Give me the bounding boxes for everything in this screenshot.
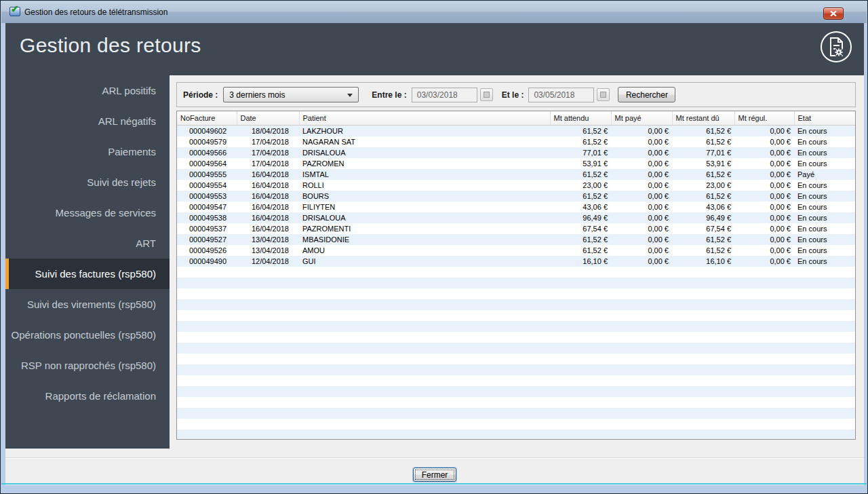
column-header[interactable]: NoFacture [177, 111, 237, 125]
sidebar-item[interactable]: Opérations ponctuelles (rsp580) [5, 320, 170, 350]
report-settings-button[interactable] [821, 31, 852, 62]
start-date-input[interactable]: 03/03/2018 [412, 88, 477, 102]
close-dialog-button[interactable]: Fermer [413, 468, 456, 482]
table-row[interactable]: 00004955516/04/2018ISMTAL61,52 €0,00 €61… [177, 169, 855, 180]
sidebar-item-label: ARL positifs [102, 85, 156, 96]
table-row[interactable]: 00004952613/04/2018AMOU61,52 €0,00 €61,5… [177, 245, 855, 256]
sidebar-item[interactable]: RSP non rapprochés (rsp580) [5, 350, 170, 381]
sidebar-item-label: RSP non rapprochés (rsp580) [21, 360, 156, 371]
table-filler-row [177, 299, 855, 310]
cell-patient [299, 267, 550, 278]
cell-mt-restant: 43,06 € [672, 202, 734, 212]
sidebar-item[interactable]: Messages de services [5, 197, 170, 228]
cell-mt-regul: 0,00 € [734, 158, 794, 169]
table-row[interactable]: 00004952713/04/2018MBASIDONIE61,52 €0,00… [177, 234, 855, 245]
cell-mt-attendu: 77,01 € [550, 147, 611, 158]
column-header[interactable]: Patient [299, 111, 550, 125]
table-row[interactable]: 00004956417/04/2018PAZROMEN53,91 €0,00 €… [177, 158, 855, 169]
cell-patient [299, 299, 550, 310]
cell-nofacture: 000049566 [177, 147, 237, 158]
table-header-row: NoFactureDatePatientMt attenduMt payéMt … [177, 111, 855, 125]
cell-date: 13/04/2018 [237, 234, 299, 245]
start-date-calendar-button[interactable] [480, 88, 493, 101]
column-header[interactable]: Mt attendu [550, 111, 611, 125]
app-window: ✓ Gestion des retours de télétransmissio… [0, 0, 868, 494]
column-header[interactable]: Mt restant dû [672, 111, 734, 125]
cell-mt-regul: 0,00 € [734, 169, 794, 180]
cell-patient [299, 332, 550, 343]
column-header[interactable]: Date [237, 111, 299, 125]
cell-etat: En cours [794, 147, 855, 158]
cell-etat [794, 386, 855, 397]
cell-mt-paye [611, 343, 672, 354]
cell-etat [794, 354, 855, 364]
cell-mt-regul [734, 419, 794, 430]
cell-mt-attendu [550, 332, 611, 343]
cell-mt-attendu [550, 386, 611, 397]
sidebar-item[interactable]: Paiements [5, 136, 170, 167]
table-row[interactable]: 00004960218/04/2018LAKZHOUR61,52 €0,00 €… [177, 125, 855, 136]
cell-patient: AMOU [299, 245, 550, 256]
cell-patient: MBASIDONIE [299, 234, 550, 245]
cell-mt-paye [611, 354, 672, 364]
end-date-input[interactable]: 03/05/2018 [528, 88, 594, 102]
table-row[interactable]: 00004956617/04/2018DRISALOUA77,01 €0,00 … [177, 147, 855, 158]
sidebar-item[interactable]: ARL négatifs [5, 106, 170, 136]
table-row[interactable]: 00004955416/04/2018ROLLI23,00 €0,00 €23,… [177, 180, 855, 191]
periode-selected-value: 3 derniers mois [229, 90, 285, 100]
sidebar-item[interactable]: Suivi des rejets [5, 167, 170, 197]
table-row[interactable]: 00004955316/04/2018BOURS61,52 €0,00 €61,… [177, 191, 855, 202]
cell-mt-restant [672, 430, 734, 440]
table-filler-row [177, 267, 855, 278]
table-filler-row [177, 321, 855, 332]
cell-patient: PAZROMEN [299, 158, 550, 169]
sidebar-item-label: Messages de services [56, 207, 156, 218]
cell-mt-restant [672, 408, 734, 419]
periode-select[interactable]: 3 derniers mois [223, 87, 359, 102]
column-header[interactable]: Mt payé [611, 111, 672, 125]
cell-nofacture [177, 343, 237, 354]
close-x-glyph [830, 11, 837, 16]
cell-patient: FILIYTEN [299, 202, 550, 212]
cell-mt-regul [734, 386, 794, 397]
cell-etat: Payé [794, 169, 855, 180]
table-row[interactable]: 00004953816/04/2018DRISALOUA96,49 €0,00 … [177, 212, 855, 223]
close-icon[interactable] [823, 7, 844, 20]
table-row[interactable]: 00004957917/04/2018NAGARAN SAT61,52 €0,0… [177, 136, 855, 147]
cell-patient [299, 288, 550, 299]
cell-nofacture [177, 288, 237, 299]
cell-mt-paye [611, 408, 672, 419]
cell-etat [794, 299, 855, 310]
sidebar-item[interactable]: Suivi des factures (rsp580) [5, 259, 170, 289]
sidebar-item[interactable]: ART [5, 228, 170, 259]
sidebar-item[interactable]: Rapports de réclamation [5, 381, 170, 411]
cell-mt-attendu [550, 343, 611, 354]
cell-mt-attendu: 53,91 € [550, 158, 611, 169]
sidebar-item[interactable]: Suivi des virements (rsp580) [5, 289, 170, 320]
column-header[interactable]: Mt régul. [734, 111, 794, 125]
cell-mt-paye: 0,00 € [611, 136, 672, 147]
footer-separator [5, 457, 864, 459]
titlebar[interactable]: ✓ Gestion des retours de télétransmissio… [1, 1, 867, 23]
cell-nofacture [177, 278, 237, 288]
table-row[interactable]: 00004954716/04/2018FILIYTEN43,06 €0,00 €… [177, 202, 855, 212]
table-row[interactable]: 00004953716/04/2018PAZROMENTI67,54 €0,00… [177, 223, 855, 234]
cell-date [237, 310, 299, 321]
sidebar-item[interactable]: ARL positifs [5, 75, 170, 106]
cell-patient [299, 375, 550, 386]
cell-date [237, 397, 299, 408]
end-date-calendar-button[interactable] [597, 88, 610, 101]
cell-mt-restant [672, 321, 734, 332]
search-button[interactable]: Rechercher [618, 87, 675, 102]
table-row[interactable]: 00004949012/04/2018GUI16,10 €0,00 €16,10… [177, 256, 855, 267]
cell-nofacture [177, 419, 237, 430]
cell-mt-restant: 61,52 € [672, 234, 734, 245]
cell-mt-paye: 0,00 € [611, 202, 672, 212]
cell-mt-paye [611, 332, 672, 343]
table-filler-row [177, 343, 855, 354]
table-filler-row [177, 364, 855, 375]
cell-nofacture [177, 332, 237, 343]
column-header[interactable]: Etat [794, 111, 855, 125]
cell-mt-restant [672, 278, 734, 288]
window-bottom-accent [1, 483, 867, 484]
